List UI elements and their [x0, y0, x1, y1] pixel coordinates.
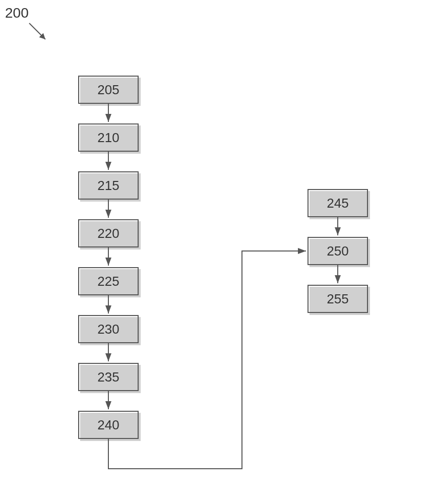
flowchart-canvas: { "figure": { "label": "200" }, "left_co…	[0, 0, 430, 504]
connector-240-to-250	[0, 0, 430, 504]
